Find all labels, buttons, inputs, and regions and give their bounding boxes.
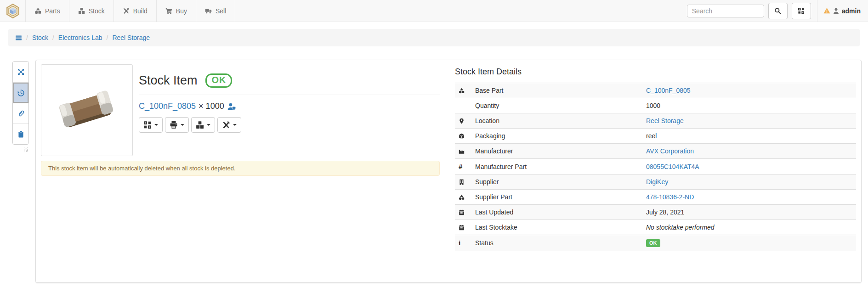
last-stocktake-value: No stocktake performed [642, 220, 856, 235]
top-navbar: Parts Stock Build Buy Sell admin [0, 0, 868, 22]
status-badge: OK [646, 239, 660, 247]
part-icon [459, 88, 465, 94]
table-row-location: Location Reel Storage [455, 113, 856, 129]
status-pill: OK [205, 73, 232, 88]
sidebar-item-attachments[interactable] [13, 103, 28, 124]
part-icon [459, 194, 465, 200]
warning-icon [823, 7, 830, 14]
qrcode-icon [143, 121, 152, 129]
row-label: Manufacturer Part [471, 159, 642, 174]
caret-down-icon [154, 124, 158, 126]
breadcrumb-separator: / [107, 34, 108, 41]
barcode-scan-button[interactable] [792, 3, 811, 19]
stock-toolbar [139, 117, 440, 133]
search-icon [774, 7, 781, 14]
print-actions-button[interactable] [165, 117, 189, 133]
box-icon [459, 133, 465, 139]
breadcrumb-link-stock[interactable]: Stock [32, 34, 48, 41]
table-row-manufacturer-part: # Manufacturer Part 08055C104KAT4A [455, 159, 856, 174]
breadcrumb: / Stock / Electronics Lab / Reel Storage [8, 29, 860, 46]
row-label: Packaging [471, 129, 642, 144]
row-label: Last Updated [471, 205, 642, 220]
manufacturer-part-link[interactable]: 08055C104KAT4A [646, 163, 699, 170]
page-sidebar [12, 61, 29, 152]
truck-icon [205, 7, 212, 14]
navbar-right: admin [687, 0, 868, 22]
nav-label: Parts [45, 7, 60, 15]
nav-item-build[interactable]: Build [114, 0, 157, 22]
location-link[interactable]: Reel Storage [646, 117, 684, 124]
nav-item-parts[interactable]: Parts [26, 0, 69, 22]
row-label: Last Stocktake [471, 220, 642, 235]
caret-down-icon [233, 124, 237, 126]
base-part-link[interactable]: C_100nF_0805 [646, 87, 691, 94]
nav-label: Sell [216, 7, 226, 15]
caret-down-icon [181, 124, 184, 126]
quantity-text: × 1000 [199, 101, 224, 111]
part-link[interactable]: C_100nF_0805 [139, 101, 196, 111]
breadcrumb-separator: / [52, 34, 54, 41]
menu-icon [15, 34, 22, 41]
quantity-value: 1000 [642, 98, 856, 113]
table-row-last-updated: Last Updated July 28, 2021 [455, 205, 856, 220]
sidebar-item-history[interactable] [13, 82, 28, 103]
row-label: Supplier [471, 174, 642, 190]
nav-label: Buy [176, 7, 187, 15]
part-icon [34, 7, 41, 14]
last-updated-value: July 28, 2021 [642, 205, 856, 220]
part-thumbnail[interactable] [41, 64, 133, 156]
factory-icon [459, 148, 465, 154]
packaging-value: reel [642, 129, 856, 144]
edit-actions-button[interactable] [217, 117, 241, 133]
stock-details-table: Base Part C_100nF_0805 Quantity 1000 Loc… [455, 83, 856, 251]
stock-item-panel: Stock Item OK C_100nF_0805 × 1000 [35, 60, 862, 283]
inventree-logo[interactable] [0, 0, 26, 22]
row-label: Base Part [471, 83, 642, 98]
tools-icon [222, 121, 230, 129]
sidebar-item-notes[interactable] [13, 124, 28, 144]
nav-item-stock[interactable]: Stock [69, 0, 114, 22]
breadcrumb-separator: / [26, 34, 28, 41]
nav-label: Build [133, 7, 148, 15]
stock-actions-button[interactable] [191, 117, 215, 133]
stock-icon [78, 7, 85, 14]
breadcrumb-menu-toggle[interactable] [15, 34, 22, 41]
nav-item-sell[interactable]: Sell [196, 0, 235, 22]
clipboard-icon [17, 131, 24, 138]
qrcode-icon [798, 7, 805, 14]
nav-item-buy[interactable]: Buy [157, 0, 196, 22]
page-title: Stock Item [139, 73, 198, 88]
search-button[interactable] [768, 3, 788, 19]
info-icon: i [459, 239, 460, 247]
build-tools-icon [123, 7, 130, 14]
breadcrumb-link-electronics-lab[interactable]: Electronics Lab [58, 34, 102, 41]
row-label: Manufacturer [471, 144, 642, 159]
table-row-last-stocktake: Last Stocktake No stocktake performed [455, 220, 856, 235]
calendar-icon [459, 225, 465, 231]
manufacturer-link[interactable]: AVX Corporation [646, 147, 694, 155]
row-label: Status [471, 235, 642, 251]
calendar-icon [459, 209, 465, 215]
stock-boxes-icon [196, 121, 204, 129]
barcode-actions-button[interactable] [139, 117, 163, 133]
table-row-manufacturer: Manufacturer AVX Corporation [455, 144, 856, 159]
table-row-packaging: Packaging reel [455, 129, 856, 144]
details-heading: Stock Item Details [455, 67, 856, 77]
sidebar-resize-handle[interactable] [24, 147, 28, 152]
breadcrumb-link-reel-storage[interactable]: Reel Storage [112, 34, 150, 41]
caret-down-icon [207, 124, 210, 126]
sidebar-item-expand[interactable] [13, 62, 28, 82]
capacitor-image [57, 84, 117, 136]
table-row-status: i Status OK [455, 235, 856, 251]
search-input[interactable] [687, 5, 764, 17]
supplier-link[interactable]: DigiKey [646, 178, 668, 186]
auto-delete-alert: This stock item will be automatically de… [41, 161, 440, 176]
row-label: Supplier Part [471, 190, 642, 205]
supplier-part-link[interactable]: 478-10836-2-ND [646, 193, 694, 201]
nav-label: Stock [89, 7, 105, 15]
printer-icon [170, 121, 178, 129]
paperclip-icon [17, 110, 24, 117]
history-icon [17, 90, 24, 96]
user-menu[interactable]: admin [823, 7, 863, 15]
table-row-supplier-part: Supplier Part 478-10836-2-ND [455, 190, 856, 205]
